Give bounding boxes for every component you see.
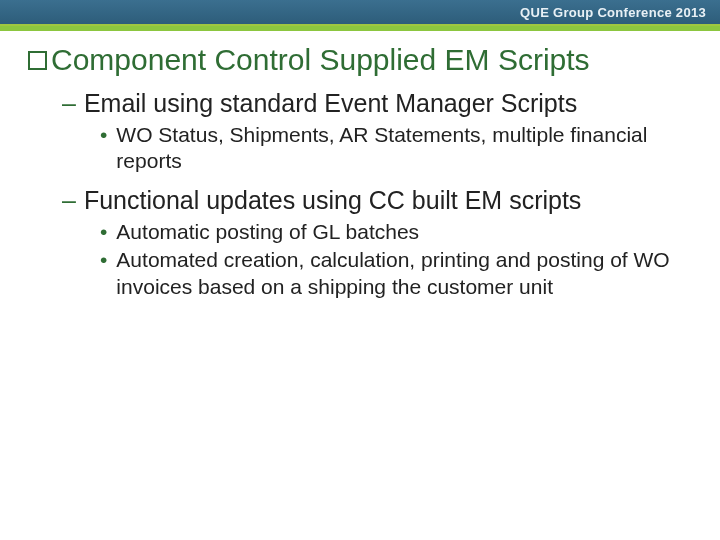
level2-text: WO Status, Shipments, AR Statements, mul… [116,122,692,175]
list-item: – Functional updates using CC built EM s… [62,185,692,300]
level2-text: Automatic posting of GL batches [116,219,419,245]
list-item: • Automatic posting of GL batches [100,219,692,245]
sublist: • WO Status, Shipments, AR Statements, m… [100,122,692,175]
level2-text: Automated creation, calculation, printin… [116,247,692,300]
title-text: Component Control Supplied EM Scripts [51,43,590,78]
list-item: • WO Status, Shipments, AR Statements, m… [100,122,692,175]
dash-icon: – [62,88,76,118]
slide: QUE Group Conference 2013 Component Cont… [0,0,720,540]
dash-icon: – [62,185,76,215]
list-item: • Automated creation, calculation, print… [100,247,692,300]
slide-title: Component Control Supplied EM Scripts [28,43,692,78]
bullet-icon: • [100,122,107,148]
bullet-icon: • [100,247,107,273]
level1-text: Email using standard Event Manager Scrip… [84,88,577,119]
sublist: • Automatic posting of GL batches • Auto… [100,219,692,300]
list-item: – Email using standard Event Manager Scr… [62,88,692,175]
content: Component Control Supplied EM Scripts – … [0,31,720,300]
header-text: QUE Group Conference 2013 [520,5,706,20]
bullet-icon: • [100,219,107,245]
header-bar: QUE Group Conference 2013 [0,0,720,26]
level1-text: Functional updates using CC built EM scr… [84,185,581,216]
square-bullet-icon [28,51,47,70]
